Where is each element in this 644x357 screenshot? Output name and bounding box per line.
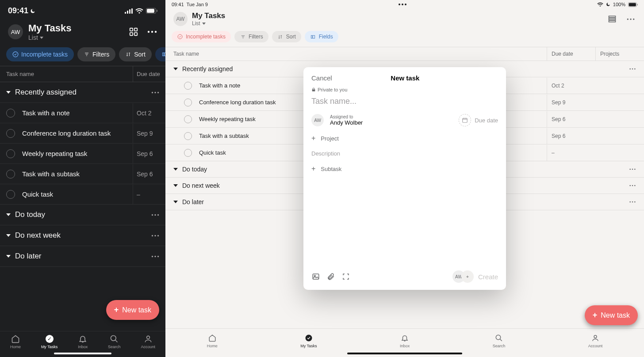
- subtask-field[interactable]: +Subtask: [311, 165, 498, 173]
- svg-point-11: [148, 31, 150, 33]
- tab-account[interactable]: Account: [588, 333, 603, 348]
- check-circle-icon: [304, 333, 314, 343]
- assignee-field[interactable]: Assigned to Andy Wolber: [330, 114, 363, 126]
- view-selector[interactable]: List: [192, 20, 225, 27]
- project-field[interactable]: +Project: [311, 134, 498, 142]
- task-row[interactable]: Weekly repeating taskSep 6: [0, 144, 165, 164]
- svg-rect-41: [311, 35, 313, 38]
- moon-icon: [606, 2, 610, 7]
- section-later[interactable]: Do later: [0, 246, 165, 267]
- chip-fields[interactable]: Fields: [305, 31, 338, 42]
- check-circle-icon[interactable]: [184, 82, 192, 90]
- layout-icon[interactable]: [607, 14, 617, 24]
- svg-point-13: [155, 31, 157, 33]
- tab-mytasks[interactable]: My Tasks: [300, 333, 317, 348]
- task-row[interactable]: Conference long duration taskSep 9: [0, 123, 165, 144]
- new-task-button[interactable]: +New task: [585, 305, 638, 325]
- tab-mytasks[interactable]: ✓My Tasks: [41, 334, 58, 349]
- tablet-screen: 09:41 Tue Jan 9 100% AW My Tasks List In…: [165, 0, 644, 357]
- more-icon[interactable]: [629, 185, 636, 186]
- tab-home[interactable]: Home: [10, 334, 21, 349]
- signal-icon: [125, 8, 133, 14]
- plus-icon: +: [593, 311, 598, 320]
- svg-rect-15: [162, 53, 164, 56]
- chip-filters[interactable]: Filters: [77, 47, 115, 61]
- layout-icon[interactable]: [128, 27, 139, 37]
- new-task-button[interactable]: +New task: [106, 300, 159, 320]
- tab-search[interactable]: Search: [108, 334, 121, 349]
- svg-rect-58: [463, 118, 468, 122]
- svg-point-23: [152, 235, 153, 236]
- check-circle-icon[interactable]: [184, 99, 192, 106]
- image-icon[interactable]: [311, 272, 320, 281]
- tab-inbox[interactable]: Inbox: [400, 333, 410, 348]
- filter-icon: [240, 34, 246, 40]
- more-icon[interactable]: [629, 168, 636, 170]
- chip-filters[interactable]: Filters: [234, 31, 268, 42]
- col-due-date: Due date: [133, 66, 165, 82]
- svg-point-17: [152, 91, 153, 93]
- more-icon[interactable]: [151, 91, 159, 94]
- svg-point-24: [154, 235, 156, 236]
- section-nextweek[interactable]: Do next week: [0, 225, 165, 246]
- more-icon[interactable]: [151, 235, 159, 237]
- check-circle-icon[interactable]: [6, 170, 15, 178]
- task-row[interactable]: Quick task–: [0, 184, 165, 205]
- check-circle-icon[interactable]: [184, 115, 192, 123]
- check-circle-icon[interactable]: [6, 109, 15, 118]
- avatar[interactable]: AW: [173, 12, 188, 26]
- section-today[interactable]: Do today: [0, 205, 165, 225]
- check-circle-icon[interactable]: [6, 149, 15, 158]
- task-row[interactable]: Task with a subtaskSep 6: [0, 164, 165, 184]
- svg-rect-35: [609, 18, 616, 19]
- svg-point-46: [629, 169, 631, 170]
- svg-point-48: [634, 169, 636, 170]
- chip-incomplete[interactable]: Incomplete tasks: [6, 47, 74, 61]
- chevron-down-icon: [6, 255, 11, 258]
- svg-point-19: [157, 91, 159, 93]
- svg-rect-1: [127, 11, 128, 14]
- chip-sort[interactable]: Sort: [119, 47, 152, 61]
- section-recently[interactable]: Recently assigned: [0, 82, 165, 103]
- check-circle-icon[interactable]: [184, 149, 192, 157]
- filter-chips: Incomplete tasks Filters Sort Fields: [165, 31, 644, 47]
- phone-header: AW My Tasks List: [0, 18, 165, 47]
- svg-rect-7: [130, 28, 133, 31]
- followers[interactable]: AW +: [452, 270, 474, 283]
- tab-home[interactable]: Home: [207, 333, 218, 348]
- svg-rect-5: [147, 9, 154, 13]
- check-circle-icon[interactable]: [6, 190, 15, 199]
- chip-incomplete[interactable]: Incomplete tasks: [172, 31, 231, 42]
- assignee-avatar[interactable]: AW: [311, 114, 324, 126]
- more-icon[interactable]: [629, 201, 636, 203]
- more-icon[interactable]: [629, 68, 636, 70]
- check-circle-icon[interactable]: [6, 129, 15, 138]
- check-circle-icon: ✓: [45, 334, 54, 344]
- avatar[interactable]: AW: [8, 24, 23, 39]
- create-button[interactable]: Create: [478, 273, 498, 281]
- svg-point-37: [627, 18, 629, 19]
- svg-point-52: [629, 201, 631, 203]
- expand-icon[interactable]: [341, 272, 350, 281]
- add-follower-button[interactable]: +: [461, 270, 474, 283]
- tab-inbox[interactable]: Inbox: [78, 334, 88, 349]
- cancel-button[interactable]: Cancel: [311, 74, 332, 82]
- task-row[interactable]: Task with a noteOct 2: [0, 103, 165, 123]
- more-icon[interactable]: [151, 214, 159, 216]
- view-selector[interactable]: List: [28, 34, 71, 41]
- more-icon[interactable]: [147, 27, 157, 37]
- svg-point-44: [632, 68, 633, 70]
- svg-point-30: [146, 336, 150, 339]
- more-icon[interactable]: [625, 14, 636, 24]
- more-icon[interactable]: [151, 255, 159, 258]
- chip-fields[interactable]: Fields: [155, 47, 165, 61]
- task-name-input[interactable]: Task name...: [311, 97, 498, 106]
- description-input[interactable]: Description: [311, 150, 498, 157]
- chip-sort[interactable]: Sort: [272, 31, 301, 42]
- attachment-icon[interactable]: [326, 272, 335, 281]
- tab-account[interactable]: Account: [141, 334, 156, 349]
- tab-search[interactable]: Search: [493, 333, 506, 348]
- due-date-field[interactable]: Due date: [459, 114, 498, 126]
- lock-icon: [311, 87, 316, 92]
- check-circle-icon[interactable]: [184, 132, 192, 140]
